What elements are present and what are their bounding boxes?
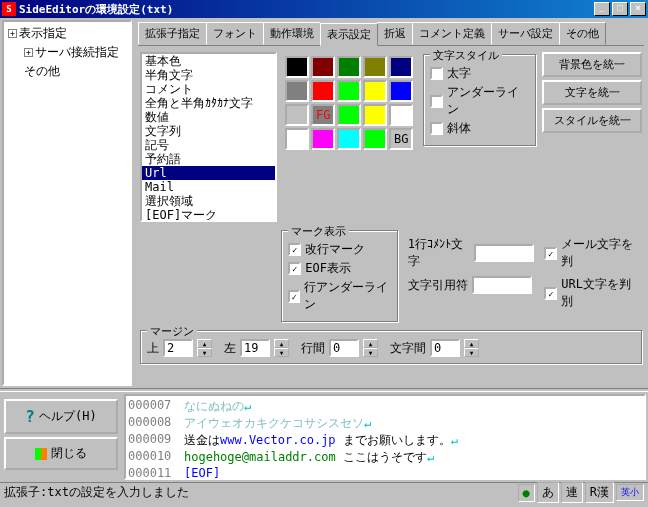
spin-up[interactable]: ▲	[274, 339, 289, 348]
spin-up[interactable]: ▲	[363, 339, 378, 348]
line-comment-input[interactable]	[474, 244, 534, 262]
list-item[interactable]: Url	[142, 166, 275, 180]
list-item[interactable]: 基本色	[142, 54, 275, 68]
detect-mail-checkbox[interactable]: ✓	[544, 247, 557, 260]
unify-bgcolor-button[interactable]: 背景色を統一	[542, 52, 642, 77]
color-swatch[interactable]	[337, 80, 361, 102]
expand-icon[interactable]: +	[24, 48, 33, 57]
maximize-button[interactable]: □	[612, 2, 628, 16]
tree-item[interactable]: +サーバ接続指定	[6, 43, 128, 62]
char-space-input[interactable]	[430, 339, 460, 357]
color-swatch[interactable]	[363, 128, 387, 150]
list-item[interactable]: 記号	[142, 138, 275, 152]
char-space-label: 文字間	[390, 340, 426, 357]
spin-down[interactable]: ▼	[464, 348, 479, 357]
label: 閉じる	[51, 445, 87, 462]
expand-icon[interactable]: +	[8, 29, 17, 38]
list-item[interactable]: Mail	[142, 180, 275, 194]
list-item[interactable]: コメント	[142, 82, 275, 96]
status-message: 拡張子:txtの設定を入力しました	[4, 484, 189, 501]
color-swatch[interactable]	[363, 80, 387, 102]
italic-checkbox[interactable]	[430, 122, 443, 135]
line-underline-checkbox[interactable]: ✓	[288, 290, 300, 303]
bold-label: 太字	[447, 65, 471, 82]
text-style-group: 文字スタイル 太字 アンダーライン 斜体	[423, 54, 536, 146]
color-swatch[interactable]	[285, 128, 309, 150]
list-item[interactable]: [EOF]マーク	[142, 208, 275, 222]
color-swatch[interactable]	[311, 128, 335, 150]
minimize-button[interactable]: _	[594, 2, 610, 16]
tree-item[interactable]: その他	[6, 62, 128, 81]
ime-cell: 英小	[616, 484, 644, 501]
bold-checkbox[interactable]	[430, 67, 443, 80]
color-swatch[interactable]: FG	[311, 104, 335, 126]
group-legend: 文字スタイル	[430, 48, 502, 63]
underline-label: アンダーライン	[447, 84, 529, 118]
quote-char-input[interactable]	[472, 276, 532, 294]
list-item[interactable]: 全角と半角ｶﾀｶﾅ文字	[142, 96, 275, 110]
app-icon: S	[2, 2, 16, 16]
line-comment-label: 1行ｺﾒﾝﾄ文字	[408, 236, 471, 270]
color-swatch[interactable]	[311, 80, 335, 102]
mark-display-group: マーク表示 ✓改行マーク ✓EOF表示 ✓行アンダーライン	[281, 230, 397, 322]
color-swatch[interactable]	[389, 104, 413, 126]
color-swatch[interactable]	[285, 56, 309, 78]
color-swatch[interactable]	[285, 104, 309, 126]
color-swatch[interactable]	[363, 104, 387, 126]
label: EOF表示	[305, 260, 351, 277]
detect-url-checkbox[interactable]: ✓	[544, 287, 557, 300]
spin-down[interactable]: ▼	[274, 348, 289, 357]
help-button[interactable]: ?ヘルプ(H)	[4, 399, 118, 434]
list-item[interactable]: 半角文字	[142, 68, 275, 82]
close-window-button[interactable]: ×	[630, 2, 646, 16]
close-button[interactable]: 閉じる	[4, 437, 118, 470]
color-swatch[interactable]	[389, 56, 413, 78]
color-swatch[interactable]	[337, 104, 361, 126]
underline-checkbox[interactable]	[430, 95, 443, 108]
category-tree[interactable]: +表示指定 +サーバ接続指定 その他	[2, 20, 132, 386]
list-item[interactable]: 予約語	[142, 152, 275, 166]
unify-charcolor-button[interactable]: 文字を統一	[542, 80, 642, 105]
label: URL文字を判別	[561, 276, 642, 310]
tree-item[interactable]: +表示指定	[6, 24, 128, 43]
margin-top-input[interactable]	[163, 339, 193, 357]
spin-up[interactable]: ▲	[464, 339, 479, 348]
eof-display-checkbox[interactable]: ✓	[288, 262, 301, 275]
list-item[interactable]: 文字列	[142, 124, 275, 138]
color-swatch[interactable]	[337, 56, 361, 78]
spin-down[interactable]: ▼	[197, 348, 212, 357]
margin-left-input[interactable]	[240, 339, 270, 357]
color-swatch[interactable]	[389, 80, 413, 102]
list-item[interactable]: 数値	[142, 110, 275, 124]
window-title: SideEditorの環境設定(txt)	[19, 2, 594, 17]
color-category-list[interactable]: 基本色半角文字コメント全角と半角ｶﾀｶﾅ文字数値文字列記号予約語UrlMail選…	[140, 52, 277, 222]
list-item[interactable]: 選択領域	[142, 194, 275, 208]
close-icon	[35, 448, 47, 460]
color-swatch[interactable]	[363, 56, 387, 78]
spin-down[interactable]: ▼	[363, 348, 378, 357]
tab-コメント定義[interactable]: コメント定義	[412, 22, 492, 45]
tab-サーバ設定[interactable]: サーバ設定	[491, 22, 560, 45]
tab-その他[interactable]: その他	[559, 22, 606, 45]
tab-折返[interactable]: 折返	[377, 22, 413, 45]
titlebar: S SideEditorの環境設定(txt) _ □ ×	[0, 0, 648, 18]
color-swatch[interactable]: BG	[389, 128, 413, 150]
tab-フォント[interactable]: フォント	[206, 22, 264, 45]
ime-cell: あ	[537, 482, 559, 503]
help-icon: ?	[25, 407, 35, 426]
color-swatch[interactable]	[285, 80, 309, 102]
spin-up[interactable]: ▲	[197, 339, 212, 348]
color-swatch[interactable]	[337, 128, 361, 150]
tab-動作環境[interactable]: 動作環境	[263, 22, 321, 45]
label: メール文字を判	[561, 236, 642, 270]
status-bar: 拡張子:txtの設定を入力しました ● あ 連 R漢 英小	[0, 482, 648, 502]
tab-表示設定[interactable]: 表示設定	[320, 23, 378, 46]
unify-style-button[interactable]: スタイルを統一	[542, 108, 642, 133]
crlf-mark-checkbox[interactable]: ✓	[288, 243, 301, 256]
group-legend: マーク表示	[288, 224, 349, 239]
tree-label: サーバ接続指定	[35, 44, 119, 61]
margin-group: マージン 上 ▲▼ 左 ▲▼ 行間 ▲▼ 文字間 ▲▼	[140, 330, 642, 364]
line-space-input[interactable]	[329, 339, 359, 357]
color-swatch[interactable]	[311, 56, 335, 78]
tab-拡張子指定[interactable]: 拡張子指定	[138, 22, 207, 45]
